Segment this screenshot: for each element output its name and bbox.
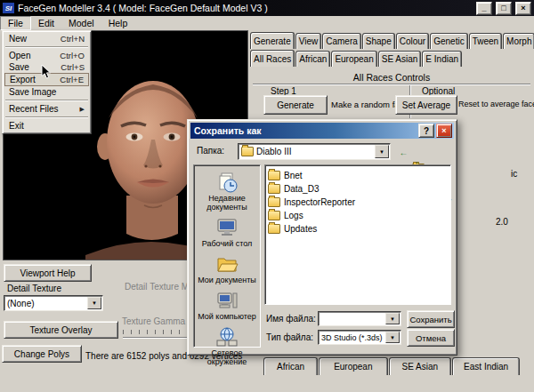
submenu-arrow-icon: ▶	[80, 106, 85, 113]
bottom-tab-se-asian[interactable]: SE Asian	[389, 357, 452, 375]
main-tab-strip: Generate View Camera Shape Colour Geneti…	[250, 32, 534, 49]
maximize-button[interactable]: □	[496, 2, 512, 15]
tab-colour[interactable]: Colour	[396, 33, 429, 49]
place-network[interactable]: Сетевое окружение	[195, 325, 259, 366]
set-average-button[interactable]: Set Average	[395, 95, 457, 115]
tab-shape[interactable]: Shape	[362, 33, 395, 49]
back-button[interactable]: ←	[396, 144, 411, 160]
tab-view[interactable]: View	[295, 33, 322, 49]
gamma-slider[interactable]	[123, 337, 187, 339]
tab-tween[interactable]: Tween	[469, 33, 502, 49]
place-my-computer[interactable]: Мой компьютер	[195, 289, 259, 321]
minimize-button[interactable]: _	[476, 2, 492, 15]
dropdown-arrow-icon[interactable]: ▼	[87, 297, 101, 309]
places-bar: Недавние документы Рабочий стол Мои доку…	[193, 164, 261, 348]
place-recent-documents[interactable]: Недавние документы	[195, 171, 259, 212]
file-menu: New Ctrl+N Open Ctrl+O Save Ctrl+S Expor…	[2, 30, 92, 134]
set-average-caption: Reset to average face	[458, 100, 534, 108]
menu-help[interactable]: Help	[101, 17, 135, 29]
file-item-inspectorreporter[interactable]: InspectorReporter	[268, 196, 448, 209]
menu-item-label: Export	[10, 75, 36, 84]
change-polys-button[interactable]: Change Polys	[2, 345, 82, 363]
detail-texture-select[interactable]: (None) ▼	[4, 295, 103, 311]
desktop-icon	[215, 216, 239, 239]
dialog-close-button[interactable]: ×	[436, 124, 452, 138]
place-label: Сетевое окружение	[195, 348, 259, 366]
tab-morph[interactable]: Morph	[503, 33, 534, 49]
filetype-label: Тип файла:	[266, 332, 313, 342]
save-button[interactable]: Сохранить	[407, 310, 455, 328]
menu-item-open[interactable]: Open Ctrl+O	[4, 50, 89, 61]
folder-value: Diablo III	[256, 147, 291, 156]
dialog-help-button[interactable]: ?	[418, 124, 434, 138]
folder-select[interactable]: Diablo III ▼	[238, 143, 391, 160]
tab-genetic[interactable]: Genetic	[430, 33, 467, 49]
bottom-tab-european[interactable]: European	[319, 357, 387, 375]
menu-item-shortcut: Ctrl+E	[60, 75, 84, 84]
viewport-help-button[interactable]: Viewport Help	[4, 264, 92, 282]
menu-edit[interactable]: Edit	[31, 17, 61, 29]
dropdown-arrow-icon[interactable]: ▼	[375, 145, 389, 158]
dropdown-arrow-icon[interactable]: ▼	[385, 332, 400, 343]
place-my-documents[interactable]: Мои документы	[195, 252, 259, 284]
detail-texture-value: (None)	[7, 299, 35, 308]
menu-item-shortcut: Ctrl+O	[60, 51, 85, 60]
folder-icon	[268, 197, 280, 207]
filetype-select[interactable]: 3D Studio (*.3ds) ▼	[318, 330, 401, 345]
place-label: Рабочий стол	[202, 239, 253, 248]
file-item-data-d3[interactable]: Data_D3	[268, 182, 448, 196]
place-desktop[interactable]: Рабочий стол	[195, 216, 259, 248]
menu-item-new[interactable]: New Ctrl+N	[4, 33, 89, 44]
folder-icon	[268, 224, 280, 234]
cancel-button[interactable]: Отмена	[407, 329, 455, 347]
race-tab-e-indian[interactable]: E Indian	[422, 51, 462, 67]
tab-generate[interactable]: Generate	[250, 32, 295, 49]
network-icon	[215, 325, 239, 348]
place-label: Мои документы	[198, 276, 256, 284]
titlebar: SI FaceGen Modeller 3.4 ( Model: FaceGen…	[0, 0, 534, 16]
file-list[interactable]: Bnet Data_D3 InspectorReporter Logs Upda…	[264, 164, 451, 305]
menu-item-recent-files[interactable]: Recent Files ▶	[4, 103, 89, 115]
dropdown-arrow-icon[interactable]: ▼	[385, 313, 400, 324]
menu-file[interactable]: File	[0, 16, 31, 30]
menu-item-save-image[interactable]: Save Image	[4, 86, 89, 98]
bottom-tab-strip: African European SE Asian East Indian	[263, 357, 521, 375]
filename-input[interactable]: ▼	[318, 311, 401, 326]
my-documents-icon	[215, 252, 239, 276]
bottom-tab-african[interactable]: African	[263, 357, 318, 375]
menu-item-exit[interactable]: Exit	[4, 120, 89, 132]
save-dialog: Сохранить как ? × Папка: Diablo III ▼ ← …	[187, 119, 457, 356]
menubar: File Edit Model Help	[0, 16, 534, 30]
bottom-tab-east-indian[interactable]: East Indian	[452, 357, 520, 375]
menu-item-label: Save Image	[9, 87, 56, 97]
menu-item-label: Exit	[9, 121, 24, 131]
window-title: FaceGen Modeller 3.4 ( Model: FaceGen De…	[18, 3, 473, 13]
tab-camera[interactable]: Camera	[322, 33, 361, 49]
facegen-window: SI FaceGen Modeller 3.4 ( Model: FaceGen…	[0, 0, 534, 392]
edge-fragment-bottom: 2.0	[496, 217, 508, 227]
menu-model[interactable]: Model	[61, 17, 101, 29]
race-tab-all-races[interactable]: All Races	[250, 50, 295, 67]
file-item-logs[interactable]: Logs	[268, 209, 448, 222]
close-button[interactable]: ×	[515, 2, 531, 15]
generate-button[interactable]: Generate	[263, 95, 328, 115]
file-item-label: Logs	[284, 211, 303, 220]
menu-item-label: Save	[9, 62, 29, 72]
back-arrow-icon: ←	[400, 148, 409, 157]
race-tab-strip: All Races African European SE Asian E In…	[250, 50, 463, 67]
file-item-label: InspectorReporter	[284, 197, 355, 207]
menu-item-shortcut: Ctrl+N	[61, 34, 85, 44]
menu-item-label: Open	[9, 51, 30, 60]
race-tab-african[interactable]: African	[295, 51, 330, 67]
dialog-titlebar[interactable]: Сохранить как ? ×	[190, 123, 454, 139]
mouse-cursor	[41, 64, 52, 80]
race-tab-european[interactable]: European	[331, 51, 376, 67]
file-item-bnet[interactable]: Bnet	[268, 169, 448, 182]
texture-overlay-button[interactable]: Texture Overlay	[4, 321, 118, 339]
race-tab-se-asian[interactable]: SE Asian	[378, 51, 422, 67]
folder-icon	[268, 184, 280, 194]
file-item-updates[interactable]: Updates	[268, 222, 448, 236]
file-item-label: Data_D3	[284, 184, 319, 194]
menu-item-label: New	[9, 34, 27, 44]
my-computer-icon	[215, 289, 239, 312]
